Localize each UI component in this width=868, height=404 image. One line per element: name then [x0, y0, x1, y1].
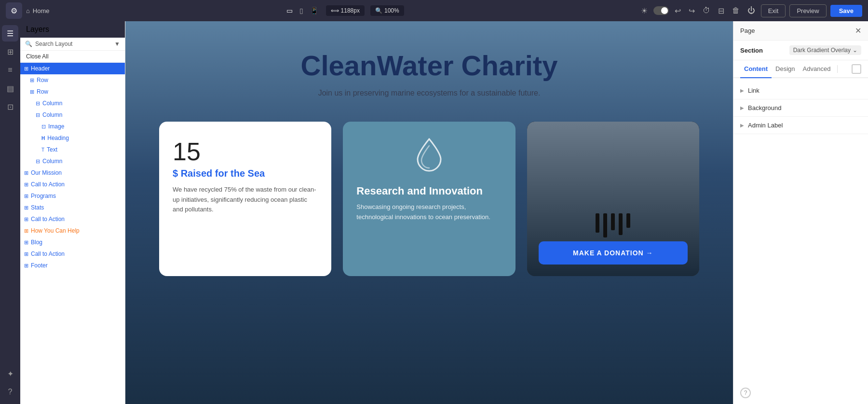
- layer-item-row2[interactable]: ⊞ Row: [20, 86, 125, 98]
- zoom-display[interactable]: 🔍 100%: [370, 5, 404, 16]
- layer-icon-col2: ⊟: [36, 112, 40, 118]
- layer-item-col3[interactable]: ⊟ Column: [20, 155, 125, 167]
- section-value[interactable]: Dark Gradient Overlay ⌄: [789, 45, 861, 55]
- tab-advanced[interactable]: Advanced: [799, 60, 835, 78]
- canvas-hero: CleanWater Charity Join us in preserving…: [125, 21, 733, 112]
- panel-section-link[interactable]: ▶ Link: [733, 82, 868, 99]
- layer-item-col2[interactable]: ⊟ Column: [20, 109, 125, 121]
- home-icon: ⌂: [26, 7, 30, 14]
- layer-item-cta3[interactable]: ⊞ Call to Action: [20, 248, 125, 260]
- layer-item-header[interactable]: ⊞ Header: [20, 63, 125, 74]
- layer-item-cta1[interactable]: ⊞ Call to Action: [20, 179, 125, 190]
- layer-icon-programs: ⊞: [24, 193, 28, 199]
- layer-icon-col3: ⊟: [36, 158, 40, 165]
- layer-item-how-you-help[interactable]: ⊞ How You Can Help: [20, 225, 125, 237]
- search-zoom-icon: 🔍: [375, 7, 382, 14]
- topbar: ⚙ ⌂ Home ▭ ▯ 📱 ⟺ 1188px 🔍 100% ☀ ↩ ↪ ⏱ ⊟…: [0, 0, 868, 21]
- topbar-center: ▭ ▯ 📱 ⟺ 1188px 🔍 100%: [55, 5, 633, 16]
- sliders-icon[interactable]: ⊟: [716, 4, 726, 17]
- person-4: [619, 213, 623, 235]
- preview-button[interactable]: Preview: [789, 4, 826, 17]
- layer-icon-footer: ⊞: [24, 263, 28, 269]
- person-3: [611, 213, 615, 230]
- close-panel-button[interactable]: ✕: [855, 26, 861, 35]
- sun-icon[interactable]: ☀: [639, 4, 650, 17]
- layer-item-blog[interactable]: ⊞ Blog: [20, 237, 125, 248]
- px-display[interactable]: ⟺ 1188px: [326, 5, 365, 16]
- layer-icon-cta3: ⊞: [24, 251, 28, 257]
- card-body-research: Showcasing ongoing research projects, te…: [356, 202, 502, 223]
- save-button[interactable]: Save: [830, 5, 862, 17]
- layers-search[interactable]: 🔍 Search Layout ▼: [20, 38, 125, 51]
- layer-label-col1: Column: [42, 100, 62, 107]
- layer-label-cta2: Call to Action: [31, 216, 65, 223]
- sidebar-help-icon[interactable]: ?: [2, 384, 18, 400]
- layer-item-col1[interactable]: ⊟ Column: [20, 98, 125, 109]
- resize-icon: ⟺: [331, 7, 339, 14]
- sidebar-layers-icon[interactable]: ☰: [2, 25, 18, 42]
- panel-body: ▶ Link ▶ Background ▶ Admin Label: [733, 78, 868, 382]
- layer-label-cta3: Call to Action: [31, 251, 65, 257]
- layers-title: Layers: [26, 25, 49, 34]
- layer-icon-our-mission: ⊞: [24, 170, 28, 176]
- layer-item-footer[interactable]: ⊞ Footer: [20, 260, 125, 271]
- layer-item-row1[interactable]: ⊞ Row: [20, 74, 125, 86]
- card-research: Research and Innovation Showcasing ongoi…: [343, 122, 515, 276]
- filter-icon[interactable]: ▼: [114, 41, 120, 47]
- cards-row: 15 $ Raised for the Sea We have recycled…: [140, 112, 719, 286]
- right-panel: Page ✕ Section Dark Gradient Overlay ⌄ C…: [733, 21, 868, 404]
- tab-design[interactable]: Design: [772, 60, 799, 78]
- tablet-icon[interactable]: ▯: [298, 5, 305, 16]
- search-layout-input[interactable]: Search Layout: [35, 41, 111, 47]
- mobile-icon[interactable]: 📱: [308, 5, 320, 16]
- panel-square-icon[interactable]: [852, 64, 861, 74]
- layer-icon-heading: H: [41, 136, 45, 141]
- desktop-icon[interactable]: ▭: [285, 5, 295, 16]
- sidebar-components-icon[interactable]: ⊞: [2, 43, 18, 60]
- layer-item-stats[interactable]: ⊞ Stats: [20, 202, 125, 213]
- sidebar-tool-icon[interactable]: ✦: [2, 365, 18, 382]
- canvas-area[interactable]: CleanWater Charity Join us in preserving…: [125, 21, 733, 404]
- layer-label-header: Header: [31, 65, 50, 72]
- tab-content[interactable]: Content: [740, 60, 772, 78]
- device-icons: ▭ ▯ 📱: [285, 5, 320, 16]
- layer-label-text: Text: [47, 146, 57, 153]
- layer-item-our-mission[interactable]: ⊞ Our Mission: [20, 167, 125, 179]
- undo-icon[interactable]: ↩: [673, 4, 683, 17]
- theme-toggle[interactable]: [653, 6, 669, 15]
- section-row: Section Dark Gradient Overlay ⌄: [733, 41, 868, 60]
- exit-button[interactable]: Exit: [761, 4, 786, 17]
- clock-icon[interactable]: ⏱: [701, 4, 712, 17]
- layer-item-text[interactable]: T Text: [20, 144, 125, 155]
- redo-icon[interactable]: ↪: [687, 4, 697, 17]
- gear-icon[interactable]: ⚙: [6, 2, 22, 19]
- right-panel-header: Page ✕: [733, 21, 868, 41]
- panel-section-background[interactable]: ▶ Background: [733, 99, 868, 117]
- sidebar-media-icon[interactable]: ▤: [2, 80, 18, 97]
- card-number: 15: [173, 137, 318, 166]
- sidebar-template-icon[interactable]: ⊡: [2, 98, 18, 115]
- person-1: [596, 213, 599, 233]
- help-button[interactable]: ?: [740, 388, 751, 398]
- panel-section-admin-label[interactable]: ▶ Admin Label: [733, 117, 868, 134]
- layer-item-cta2[interactable]: ⊞ Call to Action: [20, 213, 125, 225]
- power-icon[interactable]: ⏻: [746, 4, 757, 17]
- layer-item-programs[interactable]: ⊞ Programs: [20, 190, 125, 202]
- layer-icon-how-you-help: ⊞: [24, 228, 28, 234]
- page-label: Page: [740, 27, 755, 34]
- close-all-button[interactable]: Close All: [20, 51, 125, 63]
- admin-label-arrow-icon: ▶: [740, 123, 744, 128]
- donate-button[interactable]: MAKE A DONATION →: [539, 241, 688, 265]
- layer-item-heading[interactable]: H Heading: [20, 132, 125, 144]
- sidebar-nav-icon[interactable]: ≡: [2, 62, 18, 78]
- layer-label-col2: Column: [42, 111, 62, 118]
- tab-divider: [837, 65, 838, 73]
- topbar-left: ⚙ ⌂ Home: [6, 2, 50, 19]
- layer-icon-header: ⊞: [24, 66, 28, 72]
- layer-icon-blog: ⊞: [24, 239, 28, 246]
- layer-icon-image: ⊡: [41, 124, 46, 130]
- background-arrow-icon: ▶: [740, 105, 744, 111]
- layer-item-image[interactable]: ⊡ Image: [20, 121, 125, 132]
- trash-icon[interactable]: 🗑: [730, 4, 742, 17]
- hero-title: CleanWater Charity: [145, 50, 714, 81]
